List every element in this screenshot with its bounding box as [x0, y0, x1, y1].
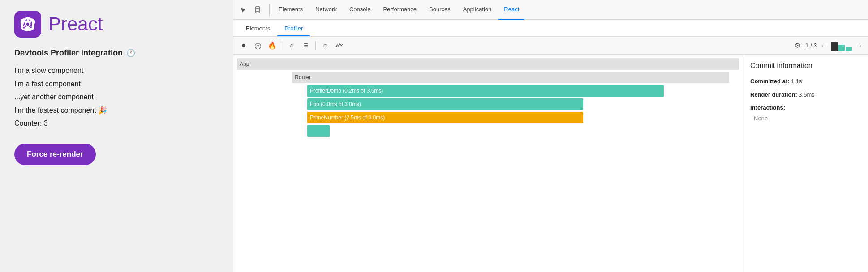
profiler-toolbar: ● ◎ 🔥 ○ ≡ ○ ⚙ 1 / 3 ← → [233, 37, 868, 55]
committed-at-value: 1.1s [791, 78, 802, 85]
flame-level-2: ProfilerDemo (0.2ms of 3.5ms) [237, 85, 739, 98]
render-duration-value: 3.5ms [799, 91, 814, 98]
flame-node-router[interactable]: Router [292, 72, 729, 83]
commit-bar-2[interactable] [838, 45, 845, 51]
preact-logo-icon [14, 11, 41, 38]
list-item: I'm a fast component [14, 78, 219, 90]
react-subtabs: Elements Profiler [233, 20, 868, 37]
tab-performance[interactable]: Performance [378, 0, 422, 20]
flame-node-primenumber[interactable]: PrimeNumber (2.5ms of 3.0ms) [307, 112, 584, 123]
section-title: Devtools Profiler integration 🕐 [14, 48, 219, 58]
commit-nav: 1 / 3 ← → [805, 40, 864, 51]
commit-info-title: Commit information [750, 62, 861, 70]
tab-elements[interactable]: Elements [273, 0, 308, 20]
tab-react[interactable]: React [498, 0, 524, 20]
cursor-icon[interactable] [237, 4, 249, 16]
flame-node-app[interactable]: App [237, 58, 739, 70]
ranked-chart-button[interactable]: ○ [285, 39, 298, 52]
render-duration-row: Render duration: 3.5ms [750, 90, 861, 99]
timeline-button[interactable] [333, 39, 346, 52]
svg-rect-0 [256, 7, 259, 13]
mobile-icon[interactable] [251, 4, 264, 16]
devtools-panel: Elements Network Console Performance Sou… [233, 0, 868, 272]
flame-level-3: Foo (0.0ms of 3.0ms) [237, 98, 739, 111]
tab-console[interactable]: Console [344, 0, 376, 20]
app-title: Preact [48, 13, 103, 35]
interactions-row: Interactions: None [750, 103, 861, 123]
committed-at-label: Committed at: [750, 78, 789, 85]
component-list: I'm a slow component I'm a fast componen… [14, 65, 219, 129]
record-button[interactable]: ● [237, 39, 250, 52]
flame-node-small[interactable] [307, 125, 330, 137]
sorted-button[interactable]: ≡ [299, 39, 313, 52]
interaction-button[interactable]: ○ [318, 39, 332, 52]
interactions-label: Interactions: [750, 104, 785, 111]
settings-button[interactable]: ⚙ [791, 39, 804, 52]
flame-level-0: App [237, 58, 739, 71]
tab-application[interactable]: Application [458, 0, 497, 20]
commit-next-button[interactable]: → [854, 40, 864, 51]
commit-prev-button[interactable]: ← [819, 40, 829, 51]
commit-bar-3[interactable] [846, 47, 852, 51]
interactions-value: None [754, 114, 861, 123]
commit-total: 3 [814, 42, 817, 49]
left-panel: Preact Devtools Profiler integration 🕐 I… [0, 0, 233, 272]
app-header: Preact [14, 11, 219, 38]
subtab-elements[interactable]: Elements [239, 25, 277, 36]
reload-record-button[interactable]: ◎ [251, 39, 265, 52]
render-duration-label: Render duration: [750, 91, 797, 98]
list-item: Counter: 3 [14, 118, 219, 129]
clock-icon: 🕐 [126, 49, 135, 57]
commit-current: 1 [805, 42, 808, 49]
commit-bars [831, 40, 852, 51]
preact-svg [19, 16, 36, 33]
list-item: ...yet another component [14, 91, 219, 103]
list-item: I'm the fastest component 🎉 [14, 105, 219, 116]
profiler-content: App Router ProfilerDemo (0.2ms of 3.5ms) [233, 55, 868, 272]
subtab-profiler[interactable]: Profiler [277, 25, 310, 36]
devtools-topbar: Elements Network Console Performance Sou… [233, 0, 868, 20]
toolbar-separator-1 [282, 41, 282, 50]
list-item: I'm a slow component [14, 65, 219, 76]
devtools-icon-group [237, 4, 270, 16]
flame-wrapper: App Router ProfilerDemo (0.2ms of 3.5ms) [237, 58, 739, 138]
flame-level-4: PrimeNumber (2.5ms of 3.0ms) [237, 112, 739, 124]
commit-bar-1[interactable] [831, 42, 838, 51]
toolbar-separator-2 [315, 41, 316, 50]
devtools-tabs: Elements Network Console Performance Sou… [273, 0, 524, 20]
force-rerender-button[interactable]: Force re-render [14, 144, 96, 165]
flame-level-1: Router [237, 72, 739, 84]
info-panel: Commit information Committed at: 1.1s Re… [743, 55, 868, 272]
flame-chart: App Router ProfilerDemo (0.2ms of 3.5ms) [233, 55, 743, 272]
tab-sources[interactable]: Sources [424, 0, 456, 20]
flame-node-profilerdemo[interactable]: ProfilerDemo (0.2ms of 3.5ms) [307, 85, 664, 97]
flame-icon[interactable]: 🔥 [266, 39, 279, 52]
tab-network[interactable]: Network [310, 0, 342, 20]
flame-level-5 [237, 125, 739, 138]
committed-at-row: Committed at: 1.1s [750, 77, 861, 86]
flame-node-foo[interactable]: Foo (0.0ms of 3.0ms) [307, 98, 584, 110]
